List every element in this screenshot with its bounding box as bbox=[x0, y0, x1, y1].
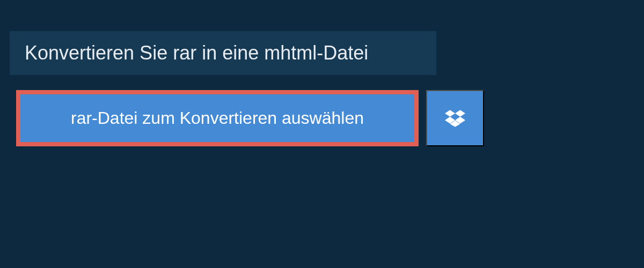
header-bar: Konvertieren Sie rar in eine mhtml-Datei bbox=[10, 31, 436, 75]
dropbox-button[interactable] bbox=[426, 90, 484, 146]
page-title: Konvertieren Sie rar in eine mhtml-Datei bbox=[25, 42, 421, 64]
dropbox-icon bbox=[445, 108, 465, 129]
main-container: Konvertieren Sie rar in eine mhtml-Datei… bbox=[0, 31, 644, 146]
select-file-label: rar-Datei zum Konvertieren auswählen bbox=[71, 108, 364, 128]
button-row: rar-Datei zum Konvertieren auswählen bbox=[16, 90, 644, 146]
select-file-button[interactable]: rar-Datei zum Konvertieren auswählen bbox=[16, 90, 419, 146]
